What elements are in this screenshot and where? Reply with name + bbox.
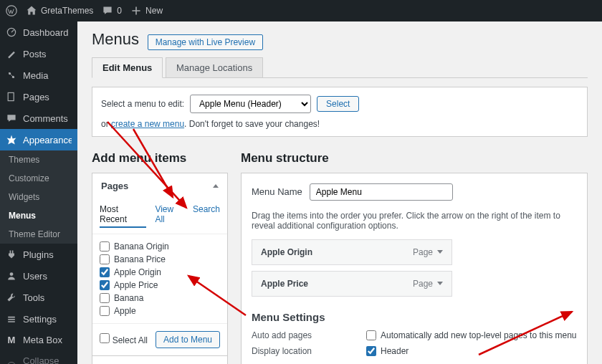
caret-down-icon <box>437 250 443 254</box>
sidebar-item-plugins[interactable]: Plugins <box>0 244 77 265</box>
menu-name-label: Menu Name <box>252 186 302 197</box>
appearance-submenu: Themes Customize Widgets Menus Theme Edi… <box>0 150 77 244</box>
page-check-banana[interactable]: Banana <box>100 292 220 305</box>
caret-up-icon <box>213 184 219 188</box>
menu-select[interactable]: Apple Menu (Header) <box>190 95 311 113</box>
display-location-label: Display location <box>252 346 366 356</box>
tab-manage-locations[interactable]: Manage Locations <box>166 57 263 77</box>
page-title: Menus <box>92 30 139 49</box>
select-button[interactable]: Select <box>317 96 359 112</box>
display-header-checkbox[interactable]: Header <box>366 346 408 356</box>
new-content[interactable]: New <box>130 5 163 16</box>
live-preview-button[interactable]: Manage with Live Preview <box>148 34 263 50</box>
wp-logo-icon[interactable] <box>6 5 17 16</box>
pages-checklist: Banana Origin Banana Price Apple Origin … <box>92 234 227 323</box>
add-to-menu-button[interactable]: Add to Menu <box>156 331 220 348</box>
sidebar-item-tools[interactable]: Tools <box>0 287 77 308</box>
accordion-pages-header[interactable]: Pages <box>92 173 227 198</box>
page-check-apple-origin[interactable]: Apple Origin <box>100 266 220 279</box>
structure-helper-text: Drag the items into the order you prefer… <box>252 211 577 231</box>
structure-heading: Menu structure <box>241 151 588 166</box>
svg-rect-4 <box>8 92 14 100</box>
sidebar-item-media[interactable]: Media <box>0 64 77 86</box>
collapse-menu[interactable]: Collapse menu <box>0 350 77 364</box>
svg-point-0 <box>6 6 16 16</box>
site-name[interactable]: GretaThemes <box>26 5 93 16</box>
sidebar-item-posts[interactable]: Posts <box>0 43 77 64</box>
auto-add-checkbox[interactable]: Automatically add new top-level pages to… <box>366 330 577 340</box>
select-menu-bar: Select a menu to edit: Apple Menu (Heade… <box>92 87 588 137</box>
accordion-posts[interactable]: Posts <box>92 355 228 364</box>
sidebar-item-pages[interactable]: Pages <box>0 86 77 107</box>
admin-sidebar: Dashboard Posts Media Pages Comments App… <box>0 21 77 364</box>
sidebar-item-settings[interactable]: Settings <box>0 308 77 330</box>
tab-edit-menus[interactable]: Edit Menus <box>92 57 163 78</box>
sidebar-item-dashboard[interactable]: Dashboard <box>0 21 77 43</box>
admin-bar: GretaThemes 0 New <box>0 0 602 21</box>
menu-item-apple-origin[interactable]: Apple Origin Page <box>252 239 452 265</box>
sub-item-customize[interactable]: Customize <box>0 169 77 188</box>
tab-view-all[interactable]: View All <box>155 204 184 228</box>
page-check-banana-origin[interactable]: Banana Origin <box>100 240 220 253</box>
page-check-apple-price[interactable]: Apple Price <box>100 279 220 292</box>
select-menu-label: Select a menu to edit: <box>101 99 184 109</box>
main-content: Menus Manage with Live Preview Edit Menu… <box>77 21 602 364</box>
caret-down-icon <box>437 282 443 285</box>
sub-item-theme-editor[interactable]: Theme Editor <box>0 225 77 244</box>
auto-add-label: Auto add pages <box>252 330 366 340</box>
menu-name-input[interactable] <box>310 183 453 201</box>
sidebar-item-comments[interactable]: Comments <box>0 107 77 129</box>
comments-count[interactable]: 0 <box>102 5 122 16</box>
select-all-checkbox[interactable]: Select All <box>100 333 148 345</box>
pages-filter-tabs: Most Recent View All Search <box>92 198 227 234</box>
tab-search[interactable]: Search <box>193 204 220 228</box>
add-items-heading: Add menu items <box>92 151 228 166</box>
page-check-banana-price[interactable]: Banana Price <box>100 253 220 266</box>
tab-most-recent[interactable]: Most Recent <box>100 204 146 228</box>
structure-panel: Menu Name Drag the items into the order … <box>241 173 588 364</box>
sidebar-item-meta-box[interactable]: MMeta Box <box>0 330 77 350</box>
sub-item-widgets[interactable]: Widgets <box>0 188 77 206</box>
create-menu-link[interactable]: create a new menu <box>111 119 184 129</box>
sidebar-item-users[interactable]: Users <box>0 265 77 287</box>
menu-item-apple-price[interactable]: Apple Price Page <box>252 271 452 297</box>
page-check-apple[interactable]: Apple <box>100 305 220 317</box>
sidebar-item-appearance[interactable]: Appearance <box>0 129 77 150</box>
accordion-pages: Pages Most Recent View All Search Banana… <box>92 173 228 356</box>
svg-point-5 <box>10 272 14 276</box>
sub-item-themes[interactable]: Themes <box>0 150 77 169</box>
menu-settings-heading: Menu Settings <box>252 311 577 323</box>
sub-item-menus[interactable]: Menus <box>0 206 77 225</box>
menu-tabs: Edit Menus Manage Locations <box>92 57 588 78</box>
